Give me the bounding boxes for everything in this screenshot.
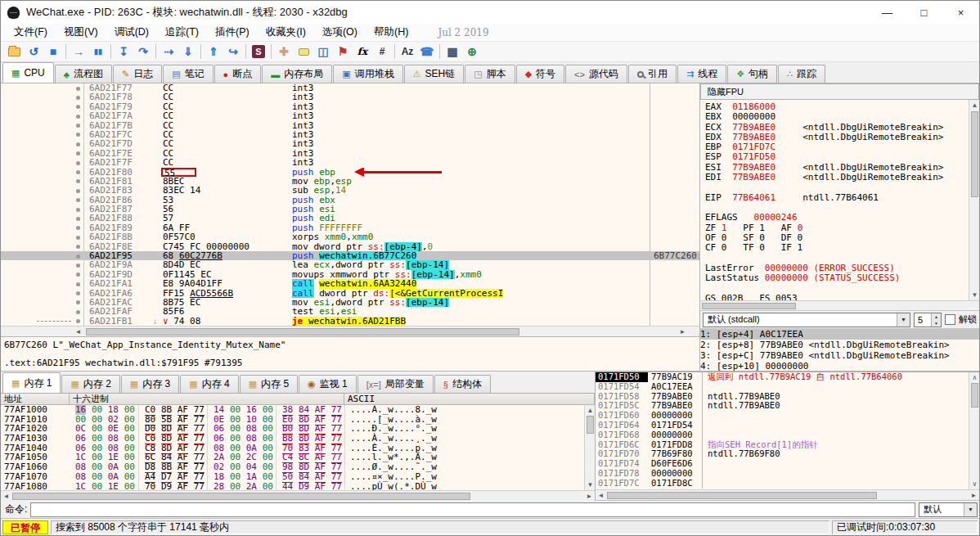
menu-item[interactable]: 收藏夹(I)	[258, 25, 314, 39]
menu-item[interactable]: 调试(D)	[106, 25, 157, 39]
dump-hscrollbar[interactable]: ◄ ►	[1, 490, 595, 501]
memory-row[interactable]: 77AF10801C 00 1E 0070 D9 AF 7728 00 2A 0…	[1, 482, 584, 491]
tab-源代码[interactable]: <>源代码	[565, 65, 627, 83]
breakpoint-dot[interactable]	[73, 121, 84, 130]
bytes-cell[interactable]: CC	[160, 83, 292, 92]
comment-cell[interactable]	[650, 168, 699, 177]
dump-address-cell[interactable]: 77AF1070	[1, 472, 70, 482]
breakpoint-dot[interactable]	[73, 317, 84, 326]
instruction-cell[interactable]: int3	[292, 92, 650, 101]
bytes-cell[interactable]: CC	[160, 121, 292, 130]
comment-cell[interactable]: 6B77C260:L"_WeChat_App_Insta	[650, 251, 699, 260]
tab-内存 3[interactable]: ▦内存 3	[121, 375, 179, 393]
comment-cell[interactable]	[650, 279, 699, 288]
instruction-cell[interactable]: mov dword ptr ss:[ebp-4],0	[292, 242, 650, 251]
globe-icon[interactable]: ⊕	[462, 43, 482, 61]
stack-value-cell[interactable]: 00000000	[648, 469, 702, 479]
breakpoint-dot[interactable]	[73, 214, 84, 223]
memory-dump-view[interactable]: 77AF100016 00 18 00C0 8B AF 7714 00 16 0…	[1, 405, 584, 490]
tab-调用堆栈[interactable]: ▣调用堆栈	[333, 65, 402, 83]
run-icon[interactable]: →	[69, 43, 88, 61]
tab-符号[interactable]: ◆符号	[516, 65, 564, 83]
stack-row[interactable]: 0171FD7C0171FD8C	[596, 479, 969, 489]
hex-group[interactable]: 1C 00 1E 00	[70, 482, 138, 491]
bytes-cell[interactable]: CC	[160, 139, 292, 148]
stack-vscrollbar[interactable]: ∧ ∨	[969, 372, 979, 489]
stack-comment-cell[interactable]: 指向SEH_Record[1]的指针	[702, 440, 969, 450]
instruction-cell[interactable]: push esi	[292, 205, 650, 214]
argument-row[interactable]: 1: [esp+4] A0C17EEA	[700, 329, 979, 340]
breakpoint-dot[interactable]	[73, 223, 84, 232]
hex-group[interactable]: 28 00 2A 00	[207, 482, 276, 491]
argument-row[interactable]: 4: [esp+10] 00000000	[700, 361, 979, 371]
breakpoint-dot[interactable]	[73, 102, 84, 111]
tab-内存布局[interactable]: ▬内存布局	[262, 65, 332, 83]
address-cell[interactable]: 6AD21F7F	[84, 158, 160, 167]
breakpoint-dot[interactable]	[73, 177, 84, 186]
tab-线程[interactable]: ⇉线程	[677, 65, 726, 83]
stack-comment-cell[interactable]: ntdll.77B9ABE0	[702, 401, 969, 411]
instruction-cell[interactable]: xorps xmm0,xmm0	[292, 232, 650, 241]
scroll-left-arrow-icon[interactable]: ◄	[1, 491, 11, 502]
scrollbar-thumb[interactable]	[971, 111, 978, 197]
stop-icon[interactable]: ■	[43, 43, 63, 61]
scrollbar-thumb[interactable]	[607, 492, 877, 499]
breakpoint-dot[interactable]	[73, 130, 84, 139]
breakpoint-dot[interactable]	[73, 196, 84, 205]
breakpoint-dot[interactable]	[73, 242, 84, 251]
breakpoint-dot[interactable]	[73, 158, 84, 167]
step-into-icon[interactable]: ↧	[114, 43, 133, 61]
function-icon[interactable]: fx	[353, 43, 372, 61]
stack-comment-cell[interactable]	[702, 430, 969, 440]
instruction-cell[interactable]: mov ebp,esp	[292, 177, 650, 186]
disasm-row[interactable]: 6AD21FB1∨ 74 08je wechatwin.6AD21FBB	[1, 317, 699, 326]
dump-header-ascii[interactable]: ASCII	[344, 394, 595, 405]
stack-comment-cell[interactable]: ntdll.77B69F80	[702, 449, 969, 459]
scroll-up-arrow-icon[interactable]: ▲	[969, 100, 979, 110]
instruction-cell[interactable]: int3	[292, 121, 650, 130]
stack-row[interactable]: 0171FD6800000000	[596, 430, 969, 440]
trace-into-icon[interactable]: ⇢	[159, 43, 178, 61]
scroll-down-arrow-icon[interactable]: ▼	[969, 290, 979, 300]
disasm-row[interactable]: 6AD21FA1E8 9A04D1FFcall wechatwin.6AA324…	[1, 279, 699, 288]
stack-row[interactable]: 0171FD54A0C17EEA	[596, 382, 969, 392]
scroll-left-arrow-icon[interactable]: ◄	[73, 327, 83, 337]
instruction-cell[interactable]: int3	[292, 83, 650, 92]
tab-结构体[interactable]: §结构体	[434, 375, 491, 393]
comment-cell[interactable]	[650, 223, 699, 232]
step-over-icon[interactable]: ↷	[133, 43, 153, 61]
argument-row[interactable]: 2: [esp+8] 77B9ABE0 <ntdll.DbgUiRemoteBr…	[700, 340, 979, 350]
register-line[interactable]: GS 002B FS 0053	[705, 294, 969, 301]
dump-header-hex[interactable]: 十六进制	[70, 394, 344, 405]
registers-view[interactable]: EAX 01186000EBX 00000000ECX 77B9ABE0 <nt…	[700, 100, 979, 300]
dump-vscrollbar[interactable]: ▲ ▼	[584, 405, 595, 490]
spin-down-icon[interactable]: ▼	[932, 320, 941, 327]
instruction-cell[interactable]: int3	[292, 111, 650, 120]
tab-SEH链[interactable]: ⚠SEH链	[404, 65, 465, 83]
stack-address-cell[interactable]: 0171FD68	[596, 430, 648, 440]
argument-count-spinner[interactable]: 5 ▲▼	[914, 313, 942, 327]
minimize-button[interactable]: —	[869, 1, 906, 24]
dump-address-cell[interactable]: 77AF1000	[1, 405, 70, 415]
comment-cell[interactable]	[650, 298, 699, 307]
stack-comment-cell[interactable]	[702, 459, 969, 469]
instruction-cell[interactable]: int3	[292, 139, 650, 148]
comment-cell[interactable]	[650, 186, 699, 195]
comment-cell[interactable]	[650, 232, 699, 241]
stack-hscrollbar[interactable]: ◄ ►	[596, 489, 979, 500]
breakpoint-dot[interactable]	[73, 289, 84, 298]
scrollbar-thumb[interactable]	[702, 303, 796, 309]
tab-监视 1[interactable]: ◉监视 1	[299, 375, 357, 393]
argument-row[interactable]: 3: [esp+C] 77B9ABE0 <ntdll.DbgUiRemoteBr…	[700, 350, 979, 361]
unlock-checkbox[interactable]	[945, 314, 955, 325]
breakpoint-dot[interactable]	[73, 92, 84, 101]
comment-cell[interactable]	[650, 92, 699, 101]
comment-cell[interactable]	[650, 270, 699, 279]
menu-item[interactable]: 追踪(T)	[157, 25, 207, 39]
address-cell[interactable]: 6AD21F83	[84, 186, 160, 195]
disassembly-view[interactable]: 6AD21F77CCint36AD21F78CCint36AD21F79CCin…	[1, 83, 699, 326]
breakpoint-dot[interactable]	[73, 251, 84, 260]
stack-comment-cell[interactable]: 返回到 ntdll.77B9AC19 自 ntdll.77B64060	[702, 372, 969, 382]
comment-cell[interactable]	[650, 158, 699, 167]
breakpoint-dot[interactable]	[73, 260, 84, 269]
